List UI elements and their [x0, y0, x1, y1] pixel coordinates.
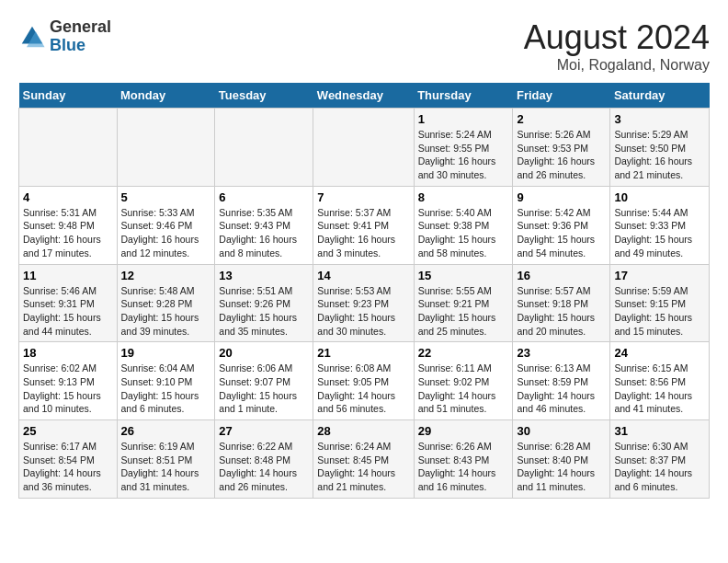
- calendar-cell: 29Sunrise: 6:26 AMSunset: 8:43 PMDayligh…: [414, 420, 513, 499]
- day-number: 7: [317, 190, 409, 204]
- day-info: Sunrise: 6:11 AMSunset: 9:02 PMDaylight:…: [418, 362, 509, 416]
- day-info: Sunrise: 5:59 AMSunset: 9:15 PMDaylight:…: [614, 284, 705, 339]
- title-block: August 2024 Moi, Rogaland, Norway: [524, 18, 710, 74]
- day-number: 8: [418, 190, 509, 204]
- day-info: Sunrise: 6:30 AMSunset: 8:37 PMDaylight:…: [614, 440, 705, 494]
- day-number: 19: [121, 346, 211, 360]
- day-number: 9: [517, 190, 606, 204]
- day-info: Sunrise: 6:28 AMSunset: 8:40 PMDaylight:…: [517, 440, 606, 494]
- day-number: 13: [219, 269, 309, 282]
- day-number: 21: [317, 346, 409, 360]
- calendar-cell: 15Sunrise: 5:55 AMSunset: 9:21 PMDayligh…: [414, 264, 513, 342]
- calendar-cell: 4Sunrise: 5:31 AMSunset: 9:48 PMDaylight…: [19, 186, 118, 264]
- day-number: 4: [23, 190, 113, 204]
- day-info: Sunrise: 5:46 AMSunset: 9:31 PMDaylight:…: [23, 284, 113, 339]
- day-info: Sunrise: 6:24 AMSunset: 8:45 PMDaylight:…: [317, 440, 409, 494]
- day-number: 30: [517, 424, 606, 438]
- day-info: Sunrise: 5:33 AMSunset: 9:46 PMDaylight:…: [121, 206, 211, 260]
- day-info: Sunrise: 6:17 AMSunset: 8:54 PMDaylight:…: [23, 440, 113, 494]
- day-info: Sunrise: 5:44 AMSunset: 9:33 PMDaylight:…: [614, 206, 705, 260]
- day-info: Sunrise: 5:40 AMSunset: 9:38 PMDaylight:…: [418, 206, 509, 260]
- day-number: 15: [418, 269, 509, 282]
- day-info: Sunrise: 6:22 AMSunset: 8:48 PMDaylight:…: [219, 440, 309, 494]
- day-number: 2: [517, 112, 606, 126]
- calendar-cell: 11Sunrise: 5:46 AMSunset: 9:31 PMDayligh…: [19, 264, 118, 342]
- calendar-week-row: 4Sunrise: 5:31 AMSunset: 9:48 PMDaylight…: [19, 186, 710, 264]
- calendar-cell: 13Sunrise: 5:51 AMSunset: 9:26 PMDayligh…: [215, 264, 313, 342]
- header-monday: Monday: [117, 83, 215, 109]
- header-wednesday: Wednesday: [313, 83, 414, 109]
- day-number: 1: [418, 112, 509, 126]
- calendar-week-row: 1Sunrise: 5:24 AMSunset: 9:55 PMDaylight…: [19, 109, 710, 187]
- day-info: Sunrise: 5:37 AMSunset: 9:41 PMDaylight:…: [317, 206, 409, 260]
- day-info: Sunrise: 6:19 AMSunset: 8:51 PMDaylight:…: [121, 440, 211, 494]
- day-info: Sunrise: 6:02 AMSunset: 9:13 PMDaylight:…: [23, 362, 113, 416]
- calendar-header-row: SundayMondayTuesdayWednesdayThursdayFrid…: [19, 83, 710, 109]
- day-info: Sunrise: 6:08 AMSunset: 9:05 PMDaylight:…: [317, 362, 409, 416]
- calendar-cell: 12Sunrise: 5:48 AMSunset: 9:28 PMDayligh…: [117, 264, 215, 342]
- logo-general-text: General: [50, 18, 111, 37]
- page-header: General Blue August 2024 Moi, Rogaland, …: [18, 18, 710, 74]
- day-info: Sunrise: 5:55 AMSunset: 9:21 PMDaylight:…: [418, 284, 509, 339]
- calendar-cell: 8Sunrise: 5:40 AMSunset: 9:38 PMDaylight…: [414, 186, 513, 264]
- logo-blue-text: Blue: [50, 37, 111, 55]
- day-info: Sunrise: 5:51 AMSunset: 9:26 PMDaylight:…: [219, 284, 309, 339]
- header-thursday: Thursday: [414, 83, 513, 109]
- day-info: Sunrise: 5:26 AMSunset: 9:53 PMDaylight:…: [517, 128, 606, 182]
- day-info: Sunrise: 5:29 AMSunset: 9:50 PMDaylight:…: [614, 128, 705, 182]
- day-number: 28: [317, 424, 409, 438]
- calendar-cell: 20Sunrise: 6:06 AMSunset: 9:07 PMDayligh…: [215, 342, 313, 420]
- day-number: 27: [219, 424, 309, 438]
- calendar-cell: 25Sunrise: 6:17 AMSunset: 8:54 PMDayligh…: [19, 420, 118, 499]
- day-number: 23: [517, 346, 606, 360]
- calendar-cell: 14Sunrise: 5:53 AMSunset: 9:23 PMDayligh…: [313, 264, 414, 342]
- calendar-cell: 17Sunrise: 5:59 AMSunset: 9:15 PMDayligh…: [610, 264, 710, 342]
- calendar-cell: [117, 109, 215, 187]
- calendar-week-row: 25Sunrise: 6:17 AMSunset: 8:54 PMDayligh…: [19, 420, 710, 499]
- day-number: 16: [517, 269, 606, 282]
- day-info: Sunrise: 6:15 AMSunset: 8:56 PMDaylight:…: [614, 362, 705, 416]
- day-info: Sunrise: 6:13 AMSunset: 8:59 PMDaylight:…: [517, 362, 606, 416]
- day-info: Sunrise: 5:53 AMSunset: 9:23 PMDaylight:…: [317, 284, 409, 339]
- calendar-cell: 10Sunrise: 5:44 AMSunset: 9:33 PMDayligh…: [610, 186, 710, 264]
- day-number: 17: [614, 269, 705, 282]
- calendar-cell: 3Sunrise: 5:29 AMSunset: 9:50 PMDaylight…: [610, 109, 710, 187]
- header-sunday: Sunday: [19, 83, 118, 109]
- day-info: Sunrise: 6:26 AMSunset: 8:43 PMDaylight:…: [418, 440, 509, 494]
- calendar-cell: 6Sunrise: 5:35 AMSunset: 9:43 PMDaylight…: [215, 186, 313, 264]
- calendar-cell: [313, 109, 414, 187]
- calendar-cell: 28Sunrise: 6:24 AMSunset: 8:45 PMDayligh…: [313, 420, 414, 499]
- calendar-cell: [215, 109, 313, 187]
- calendar-cell: 31Sunrise: 6:30 AMSunset: 8:37 PMDayligh…: [610, 420, 710, 499]
- calendar-cell: 26Sunrise: 6:19 AMSunset: 8:51 PMDayligh…: [117, 420, 215, 499]
- day-info: Sunrise: 5:48 AMSunset: 9:28 PMDaylight:…: [121, 284, 211, 339]
- day-info: Sunrise: 5:24 AMSunset: 9:55 PMDaylight:…: [418, 128, 509, 182]
- day-number: 26: [121, 424, 211, 438]
- header-saturday: Saturday: [610, 83, 710, 109]
- day-number: 29: [418, 424, 509, 438]
- calendar-cell: 23Sunrise: 6:13 AMSunset: 8:59 PMDayligh…: [513, 342, 610, 420]
- calendar-table: SundayMondayTuesdayWednesdayThursdayFrid…: [18, 83, 710, 499]
- day-number: 18: [23, 346, 113, 360]
- day-number: 25: [23, 424, 113, 438]
- calendar-cell: [19, 109, 118, 187]
- calendar-cell: 7Sunrise: 5:37 AMSunset: 9:41 PMDaylight…: [313, 186, 414, 264]
- calendar-cell: 16Sunrise: 5:57 AMSunset: 9:18 PMDayligh…: [513, 264, 610, 342]
- calendar-week-row: 18Sunrise: 6:02 AMSunset: 9:13 PMDayligh…: [19, 342, 710, 420]
- day-number: 24: [614, 346, 705, 360]
- calendar-cell: 27Sunrise: 6:22 AMSunset: 8:48 PMDayligh…: [215, 420, 313, 499]
- calendar-cell: 22Sunrise: 6:11 AMSunset: 9:02 PMDayligh…: [414, 342, 513, 420]
- day-info: Sunrise: 5:42 AMSunset: 9:36 PMDaylight:…: [517, 206, 606, 260]
- day-number: 5: [121, 190, 211, 204]
- day-info: Sunrise: 6:06 AMSunset: 9:07 PMDaylight:…: [219, 362, 309, 416]
- day-number: 11: [23, 269, 113, 282]
- calendar-cell: 21Sunrise: 6:08 AMSunset: 9:05 PMDayligh…: [313, 342, 414, 420]
- day-info: Sunrise: 6:04 AMSunset: 9:10 PMDaylight:…: [121, 362, 211, 416]
- day-number: 10: [614, 190, 705, 204]
- logo-icon: [18, 23, 46, 51]
- day-number: 31: [614, 424, 705, 438]
- day-number: 6: [219, 190, 309, 204]
- logo: General Blue: [18, 18, 111, 55]
- calendar-cell: 30Sunrise: 6:28 AMSunset: 8:40 PMDayligh…: [513, 420, 610, 499]
- calendar-cell: 5Sunrise: 5:33 AMSunset: 9:46 PMDaylight…: [117, 186, 215, 264]
